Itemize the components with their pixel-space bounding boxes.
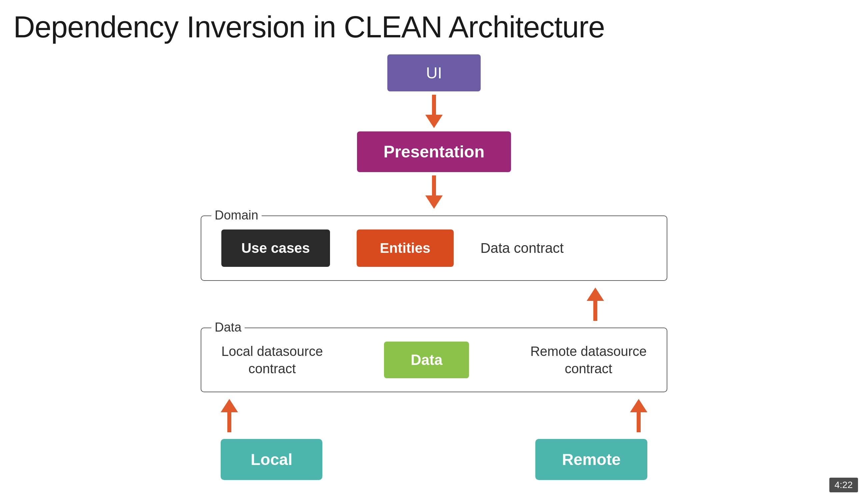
arrow-presentation-to-domain [425,175,443,209]
between-sections-arrows [201,284,667,324]
local-box: Local [221,439,322,480]
arrow-remote-up [630,399,647,432]
data-section-label: Data [211,320,245,334]
data-contract-text: Data contract [480,240,564,256]
diagram-container: UI Presentation Domain Use cases Entitie… [0,48,868,480]
arrow-ui-to-presentation [425,95,443,128]
data-green-box: Data [384,342,469,378]
arrow-local-up [221,399,238,432]
use-cases-box: Use cases [221,230,330,267]
arrow-data-to-domain [587,288,604,321]
timestamp: 4:22 [829,478,858,492]
bottom-arrows [201,395,667,436]
ui-box: UI [387,54,481,92]
remote-datasource-text: Remote datasourcecontract [530,343,647,377]
domain-section: Domain Use cases Entities Data contract [201,216,667,281]
bottom-row: Local Remote [201,439,667,480]
domain-label: Domain [211,208,262,222]
page-title: Dependency Inversion in CLEAN Architectu… [0,0,868,48]
remote-box: Remote [535,439,647,480]
data-section: Data Local datasourcecontract Data Remot… [201,328,667,392]
presentation-box: Presentation [357,131,511,172]
local-datasource-text: Local datasourcecontract [221,343,323,377]
entities-box: Entities [357,230,454,267]
